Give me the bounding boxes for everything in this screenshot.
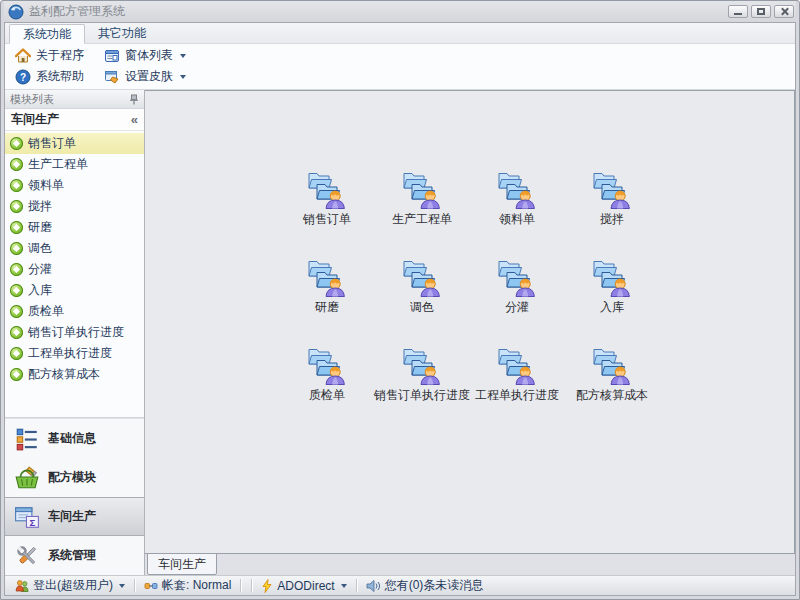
folders-user-icon xyxy=(496,257,538,297)
shortcut-label: 分灌 xyxy=(505,299,529,316)
chevron-down-icon xyxy=(341,584,347,588)
app-frame: 系统功能 其它功能 关于程序 窗体列表 ? 系统帮助 xyxy=(4,22,796,596)
sidebar-item-label: 销售订单 xyxy=(28,135,76,152)
shortcut-label: 入库 xyxy=(600,299,624,316)
system-help-label: 系统帮助 xyxy=(36,68,84,85)
shortcut-formula-costing[interactable]: 配方核算成本 xyxy=(565,345,660,433)
module-list-title: 模块列表 xyxy=(10,92,54,107)
window-title: 益利配方管理系统 xyxy=(29,3,728,20)
shortcut-label: 生产工程单 xyxy=(392,211,452,228)
collapse-icon[interactable]: « xyxy=(131,112,138,127)
data-provider-button[interactable]: ADODirect xyxy=(257,579,350,593)
sidebar-item-filling[interactable]: 分灌 xyxy=(5,259,144,280)
document-tabrow: 车间生产 xyxy=(145,554,795,575)
panel-header-production[interactable]: 车间生产 « xyxy=(5,109,144,131)
nav-system-management[interactable]: 系统管理 xyxy=(5,536,144,575)
shortcut-label: 质检单 xyxy=(309,387,345,404)
item-bullet-icon xyxy=(10,200,23,213)
minimize-button[interactable] xyxy=(728,5,748,18)
shortcut-label: 销售订单 xyxy=(303,211,351,228)
sidebar-item-sales-order[interactable]: 销售订单 xyxy=(5,133,144,154)
shortcut-material-requisition[interactable]: 领料单 xyxy=(470,169,565,257)
about-program-button[interactable]: 关于程序 xyxy=(13,47,86,64)
nav-label: 车间生产 xyxy=(48,508,96,525)
item-bullet-icon xyxy=(10,221,23,234)
sidebar-item-production-work-order[interactable]: 生产工程单 xyxy=(5,154,144,175)
shortcut-grinding[interactable]: 研磨 xyxy=(280,257,375,345)
sidebar-item-label: 工程单执行进度 xyxy=(28,345,112,362)
sidebar-item-label: 领料单 xyxy=(28,177,64,194)
sidebar-item-warehousing[interactable]: 入库 xyxy=(5,280,144,301)
doc-tab-workshop-production[interactable]: 车间生产 xyxy=(147,553,217,575)
maximize-button[interactable] xyxy=(751,5,771,18)
maximize-icon xyxy=(757,8,765,15)
shortcut-warehousing[interactable]: 入库 xyxy=(565,257,660,345)
shortcut-sales-order[interactable]: 销售订单 xyxy=(280,169,375,257)
sidebar-item-label: 搅拌 xyxy=(28,198,52,215)
status-separator xyxy=(240,579,241,592)
shortcut-label: 配方核算成本 xyxy=(576,387,648,404)
sidebar-item-mixing[interactable]: 搅拌 xyxy=(5,196,144,217)
panel-title: 车间生产 xyxy=(11,111,59,128)
minimize-icon xyxy=(734,13,742,15)
unread-messages-button[interactable]: 您有(0)条未读消息 xyxy=(362,577,488,594)
sidebar-item-label: 分灌 xyxy=(28,261,52,278)
shortcut-mixing[interactable]: 搅拌 xyxy=(565,169,660,257)
item-bullet-icon xyxy=(10,368,23,381)
pin-icon[interactable] xyxy=(129,94,139,105)
chevron-down-icon xyxy=(119,584,125,588)
sidebar-item-material-requisition[interactable]: 领料单 xyxy=(5,175,144,196)
nav-basic-info[interactable]: 基础信息 xyxy=(5,419,144,458)
shortcut-filling[interactable]: 分灌 xyxy=(470,257,565,345)
shortcut-work-order-progress[interactable]: 工程单执行进度 xyxy=(470,345,565,433)
item-bullet-icon xyxy=(10,326,23,339)
status-separator xyxy=(251,579,252,592)
help-icon: ? xyxy=(15,69,31,85)
logout-label: 登出(超级用户) xyxy=(33,577,113,594)
sidebar-nav: 基础信息 配方模块 Σ 车间生产 系统管理 xyxy=(5,419,144,575)
nav-formula-module[interactable]: 配方模块 xyxy=(5,458,144,497)
sidebar-item-label: 配方核算成本 xyxy=(28,366,100,383)
sidebar-item-quality-inspection[interactable]: 质检单 xyxy=(5,301,144,322)
item-bullet-icon xyxy=(10,179,23,192)
shortcut-quality-inspection[interactable]: 质检单 xyxy=(280,345,375,433)
skin-icon xyxy=(104,69,120,85)
folders-user-icon xyxy=(496,169,538,209)
svg-text:?: ? xyxy=(20,71,26,82)
sidebar-item-work-order-progress[interactable]: 工程单执行进度 xyxy=(5,343,144,364)
item-bullet-icon xyxy=(10,284,23,297)
module-list-header: 模块列表 xyxy=(5,90,144,109)
two-users-icon xyxy=(15,579,29,593)
folders-user-icon xyxy=(591,345,633,385)
shortcut-sales-order-progress[interactable]: 销售订单执行进度 xyxy=(375,345,470,433)
toolbar: 关于程序 窗体列表 ? 系统帮助 设置皮肤 xyxy=(5,44,795,90)
item-bullet-icon xyxy=(10,242,23,255)
tab-other-functions[interactable]: 其它功能 xyxy=(85,24,159,44)
set-skin-button[interactable]: 设置皮肤 xyxy=(102,68,188,85)
sidebar-item-grinding[interactable]: 研磨 xyxy=(5,217,144,238)
item-bullet-icon xyxy=(10,263,23,276)
close-button[interactable] xyxy=(774,5,794,18)
window-list-button[interactable]: 窗体列表 xyxy=(102,47,188,64)
sidebar-item-sales-order-progress[interactable]: 销售订单执行进度 xyxy=(5,322,144,343)
sidebar-item-label: 研磨 xyxy=(28,219,52,236)
titlebar: 益利配方管理系统 xyxy=(4,1,796,22)
folders-user-icon xyxy=(306,345,348,385)
sidebar-item-tinting[interactable]: 调色 xyxy=(5,238,144,259)
logout-button[interactable]: 登出(超级用户) xyxy=(11,577,129,594)
shortcut-production-work-order[interactable]: 生产工程单 xyxy=(375,169,470,257)
sidebar-item-formula-costing[interactable]: 配方核算成本 xyxy=(5,364,144,385)
shortcut-tinting[interactable]: 调色 xyxy=(375,257,470,345)
production-icon: Σ xyxy=(14,504,40,530)
folders-user-icon xyxy=(401,257,443,297)
statusbar: 登出(超级用户) 帐套: Normal ADODirect 您有(0)条未读消息 xyxy=(5,575,795,595)
system-help-button[interactable]: ? 系统帮助 xyxy=(13,68,86,85)
svg-text:Σ: Σ xyxy=(29,516,35,527)
workspace: 销售订单 生产工程单 领料单 搅拌 研磨 调色 分灌 入库 质检单 销售订单执行… xyxy=(145,90,795,575)
tab-system-functions[interactable]: 系统功能 xyxy=(9,24,85,44)
folders-user-icon xyxy=(401,169,443,209)
status-separator xyxy=(134,579,135,592)
formula-icon xyxy=(14,465,40,491)
sidebar-item-label: 生产工程单 xyxy=(28,156,88,173)
nav-workshop-production[interactable]: Σ 车间生产 xyxy=(5,497,144,536)
